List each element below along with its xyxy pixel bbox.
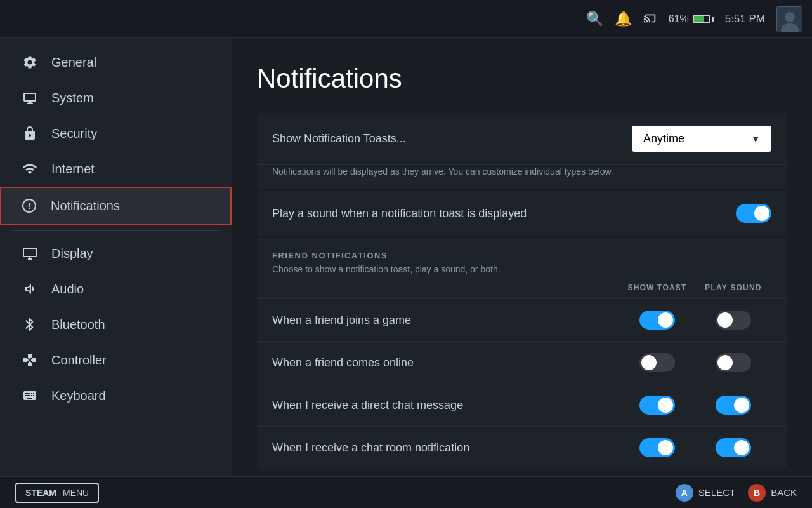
search-icon[interactable]: 🔍	[586, 11, 603, 27]
sidebar-item-label: Notifications	[51, 199, 120, 213]
friend-sound-toggle-3[interactable]	[695, 438, 771, 457]
sidebar-item-system[interactable]: System	[0, 80, 232, 116]
select-label: SELECT	[698, 487, 735, 498]
bluetooth-icon	[21, 316, 39, 333]
sidebar-item-label: Internet	[51, 162, 95, 177]
friend-sound-toggle-0[interactable]	[695, 311, 771, 330]
sidebar: General System Security	[0, 38, 232, 476]
display-icon	[21, 244, 39, 262]
sidebar-item-display[interactable]: Display	[0, 236, 232, 271]
sidebar-item-label: System	[51, 91, 94, 105]
sidebar-item-label: Display	[51, 246, 93, 261]
friend-row-label: When I receive a direct chat message	[272, 399, 619, 412]
friend-row-label: When I receive a chat room notification	[272, 441, 619, 455]
bottom-controls: A SELECT B BACK	[676, 484, 797, 502]
chevron-down-icon: ▼	[751, 134, 760, 144]
sidebar-item-general[interactable]: General	[0, 44, 232, 80]
friend-toast-toggle-2[interactable]	[619, 396, 695, 415]
friend-cols-header: SHOW TOAST PLAY SOUND	[257, 277, 787, 298]
sidebar-item-label: Controller	[51, 353, 107, 368]
back-label: BACK	[771, 487, 797, 498]
sidebar-item-label: General	[51, 55, 96, 70]
cast-icon[interactable]	[643, 10, 657, 28]
sidebar-divider	[13, 230, 219, 231]
sidebar-item-label: Security	[51, 126, 97, 141]
friend-toast-toggle-0[interactable]	[619, 311, 695, 330]
friend-toast-toggle-3[interactable]	[619, 438, 695, 457]
friend-section-title: FRIEND NOTIFICATIONS	[272, 251, 771, 260]
steam-menu-button[interactable]: STEAM MENU	[15, 483, 99, 503]
toggle-knob	[754, 206, 769, 221]
friend-row-label: When a friend comes online	[272, 356, 619, 370]
sidebar-item-label: Audio	[51, 282, 84, 297]
keyboard-icon	[21, 387, 39, 404]
select-control: A SELECT	[676, 484, 735, 502]
svg-text:!: !	[28, 201, 31, 211]
back-control: B BACK	[748, 484, 797, 502]
sidebar-item-label: Keyboard	[51, 389, 106, 403]
notification-icon: !	[20, 197, 38, 215]
sound-section: Play a sound when a notification toast i…	[257, 191, 787, 236]
gear-icon	[21, 53, 39, 71]
toast-label: Show Notification Toasts...	[272, 132, 622, 145]
col-toast-label: SHOW TOAST	[619, 283, 695, 292]
friend-section-description: Choose to show a notification toast, pla…	[272, 264, 771, 274]
friend-notifications-section: FRIEND NOTIFICATIONS Choose to show a no…	[257, 238, 787, 469]
battery-status: 61%	[669, 13, 714, 25]
friend-row-label: When a friend joins a game	[272, 314, 619, 327]
menu-label: MENU	[63, 488, 89, 498]
toast-setting-row: Show Notification Toasts... Anytime ▼	[257, 113, 787, 165]
main-layout: General System Security	[0, 38, 812, 476]
play-sound-toggle[interactable]	[736, 204, 771, 223]
topbar: 🔍 🔔 61% 5:51 PM	[0, 0, 812, 38]
sidebar-item-notifications[interactable]: ! Notifications	[0, 187, 232, 225]
friend-toast-toggle-1[interactable]	[619, 353, 695, 372]
friend-section-header: FRIEND NOTIFICATIONS Choose to show a no…	[257, 238, 787, 277]
steam-label: STEAM	[25, 488, 56, 498]
sidebar-item-label: Bluetooth	[51, 318, 105, 332]
friend-sound-toggle-1[interactable]	[695, 353, 771, 372]
battery-percent: 61%	[669, 13, 689, 25]
bell-icon[interactable]: 🔔	[615, 11, 632, 27]
content-area: Notifications Show Notification Toasts..…	[232, 38, 812, 476]
friend-row: When I receive a chat room notification	[257, 426, 787, 469]
system-icon	[21, 89, 39, 107]
sidebar-item-keyboard[interactable]: Keyboard	[0, 378, 232, 413]
controller-icon	[21, 351, 39, 369]
audio-icon	[21, 280, 39, 298]
sidebar-item-security[interactable]: Security	[0, 116, 232, 151]
sidebar-item-internet[interactable]: Internet	[0, 151, 232, 187]
col-sound-label: PLAY SOUND	[695, 283, 771, 292]
bottombar: STEAM MENU A SELECT B BACK	[0, 476, 812, 508]
toast-section: Show Notification Toasts... Anytime ▼ No…	[257, 113, 787, 189]
page-title: Notifications	[257, 64, 787, 94]
sidebar-item-controller[interactable]: Controller	[0, 342, 232, 378]
friend-row: When a friend joins a game	[257, 298, 787, 341]
sound-setting-row: Play a sound when a notification toast i…	[257, 191, 787, 236]
sidebar-item-bluetooth[interactable]: Bluetooth	[0, 307, 232, 342]
sidebar-item-audio[interactable]: Audio	[0, 271, 232, 307]
friend-row: When I receive a direct chat message	[257, 384, 787, 426]
battery-icon	[693, 15, 714, 23]
toast-description: Notifications will be displayed as they …	[257, 165, 787, 189]
svg-point-1	[785, 12, 795, 22]
friend-sound-toggle-2[interactable]	[695, 396, 771, 415]
b-button[interactable]: B	[748, 484, 766, 502]
sound-label: Play a sound when a notification toast i…	[272, 207, 726, 220]
friend-row: When a friend comes online	[257, 341, 787, 384]
toast-dropdown[interactable]: Anytime ▼	[632, 126, 771, 152]
wifi-icon	[21, 160, 39, 178]
clock: 5:51 PM	[725, 13, 765, 25]
avatar[interactable]	[776, 6, 802, 32]
a-button[interactable]: A	[676, 484, 693, 502]
toast-dropdown-value: Anytime	[643, 132, 684, 145]
lock-icon	[21, 124, 39, 142]
